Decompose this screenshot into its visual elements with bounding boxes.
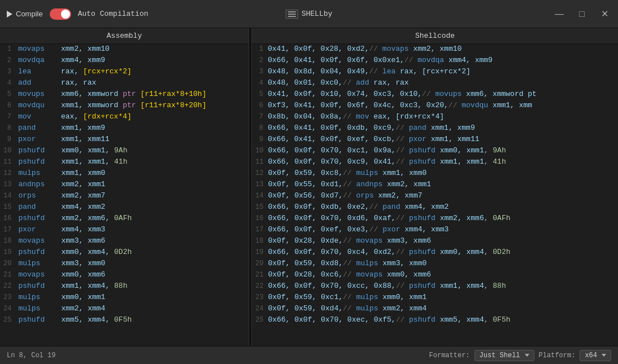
- line-number: 7: [252, 113, 268, 121]
- shellcode-bytes: 0x0f, 0x59, 0xd4,: [268, 304, 343, 313]
- table-row: 5movupsxmm6, xmmword ptr [r11+rax*8+10h]: [0, 89, 249, 100]
- shellcode-bytes: 0x41, 0x0f, 0x28, 0xd2,: [268, 45, 369, 53]
- shellcode-comment: // movups xmm6, xmmword pt: [422, 90, 537, 98]
- asm-mnemonic: pand: [16, 203, 61, 211]
- line-number: 20: [0, 260, 16, 267]
- asm-operands: xmm1, xmm4, 88h: [61, 282, 127, 290]
- table-row: 50x41, 0x0f, 0x10, 0x74, 0xc3, 0x10, // …: [252, 89, 618, 100]
- table-row: 24mulpsxmm2, xmm4: [0, 304, 249, 315]
- shellcode-bytes: 0x66, 0x0f, 0x70, 0xd6, 0xaf,: [268, 214, 395, 222]
- line-number: 16: [0, 214, 16, 222]
- line-number: 9: [0, 135, 16, 143]
- line-number: 8: [252, 124, 268, 132]
- formatter-label: Formatter:: [429, 352, 470, 359]
- table-row: 15pandxmm4, xmm2: [0, 202, 249, 213]
- table-row: 90x66, 0x41, 0x0f, 0xef, 0xcb, // pxor x…: [252, 134, 618, 146]
- shellcode-comment: // pand xmm1, xmm9: [395, 124, 475, 132]
- table-row: 190x66, 0x0f, 0x70, 0xc4, 0xd2, // pshuf…: [252, 247, 618, 258]
- line-number: 10: [0, 147, 16, 155]
- asm-mnemonic: movaps: [16, 45, 61, 53]
- formatter-chevron-icon: [525, 354, 529, 357]
- line-number: 14: [252, 192, 268, 200]
- table-row: 200x0f, 0x59, 0xd8, // mulps xmm3, xmm0: [252, 258, 618, 270]
- asm-operands: xmm4, xmm2: [61, 203, 105, 211]
- asm-mnemonic: add: [16, 78, 61, 87]
- shellcode-bytes: 0x66, 0x0f, 0xdb, 0xe2,: [268, 203, 369, 211]
- shellcode-bytes: 0x66, 0x0f, 0x70, 0xc4, 0xd2,: [268, 248, 395, 256]
- line-number: 2: [252, 56, 268, 64]
- asm-mnemonic: pxor: [16, 135, 61, 143]
- shellcode-bytes: 0x66, 0x0f, 0x70, 0xc9, 0x41,: [268, 157, 395, 166]
- auto-compile-label: Auto Compilation: [78, 10, 149, 18]
- table-row: 14orpsxmm2, xmm7: [0, 191, 249, 202]
- asm-operands: xmm5, xmm4, 0F5h: [61, 315, 132, 324]
- platform-value: x64: [585, 352, 597, 359]
- asm-mnemonic: mov: [16, 112, 61, 121]
- minimize-button[interactable]: —: [552, 7, 566, 21]
- shellcode-comment: // pxor xmm1, xmm11: [395, 135, 479, 143]
- line-number: 15: [0, 203, 16, 211]
- table-row: 110x66, 0x0f, 0x70, 0xc9, 0x41, // pshuf…: [252, 157, 618, 168]
- asm-mnemonic: movdqa: [16, 56, 61, 64]
- asm-operands: xmm1, xmm1, 41h: [61, 157, 127, 166]
- shellcode-bytes: 0x48, 0x01, 0xc0,: [268, 78, 343, 87]
- shellcode-comment: // movdqu xmm1, xmm: [449, 101, 532, 109]
- asm-operands: xmm2, xmm4: [61, 304, 105, 313]
- line-number: 6: [252, 102, 268, 109]
- line-number: 1: [252, 45, 268, 53]
- shellcode-comment: // movaps xmm0, xmm6: [343, 270, 431, 279]
- asm-operands: xmm2, xmm1: [61, 180, 105, 188]
- asm-operands: xmm1, xmmword ptr [r11+rax*8+20h]: [61, 101, 206, 109]
- line-number: 16: [252, 214, 268, 222]
- line-number: 5: [252, 90, 268, 98]
- asm-operands: xmm1, xmm11: [61, 135, 110, 143]
- line-number: 22: [252, 282, 268, 290]
- shellcode-header: Shellcode: [252, 28, 618, 44]
- asm-mnemonic: andnps: [16, 180, 61, 188]
- auto-compile-toggle[interactable]: [50, 8, 71, 20]
- maximize-button[interactable]: □: [575, 7, 589, 21]
- shellcode-comment: // add rax, rax: [343, 78, 409, 87]
- table-row: 16pshufdxmm2, xmm6, 0AFh: [0, 213, 249, 225]
- asm-operands: xmm4, xmm9: [61, 56, 105, 64]
- shellcode-comment: // movaps xmm2, xmm10: [369, 45, 462, 53]
- line-number: 21: [0, 271, 16, 279]
- asm-operands: rax, [rcx+rcx*2]: [61, 67, 132, 76]
- compile-button[interactable]: Compile: [7, 10, 43, 18]
- table-row: 130x0f, 0x55, 0xd1, // andnps xmm2, xmm1: [252, 179, 618, 191]
- assembly-scroll[interactable]: 1movapsxmm2, xmm102movdqaxmm4, xmm93lear…: [0, 44, 249, 346]
- close-button[interactable]: ✕: [598, 7, 611, 21]
- line-number: 25: [0, 316, 16, 324]
- table-row: 40x48, 0x01, 0xc0, // add rax, rax: [252, 78, 618, 89]
- table-row: 220x66, 0x0f, 0x70, 0xcc, 0x88, // pshuf…: [252, 281, 618, 292]
- platform-dropdown[interactable]: x64: [580, 350, 611, 361]
- cursor-position: Ln 8, Col 19: [7, 352, 55, 359]
- shellcode-scroll[interactable]: 10x41, 0x0f, 0x28, 0xd2, // movaps xmm2,…: [252, 44, 618, 346]
- line-number: 13: [252, 181, 268, 188]
- asm-operands: xmm6, xmmword ptr [r11+rax*8+10h]: [61, 90, 206, 98]
- app-icon: [286, 10, 298, 19]
- asm-mnemonic: orps: [16, 191, 61, 200]
- toggle-thumb: [61, 10, 70, 19]
- asm-operands: xmm2, xmm7: [61, 191, 105, 200]
- table-row: 60xf3, 0x41, 0x0f, 0x6f, 0x4c, 0xc3, 0x2…: [252, 100, 618, 112]
- table-row: 150x66, 0x0f, 0xdb, 0xe2, // pand xmm4, …: [252, 202, 618, 213]
- asm-mnemonic: movaps: [16, 270, 61, 279]
- shellcode-bytes: 0x48, 0x8d, 0x04, 0x49,: [268, 67, 369, 76]
- asm-mnemonic: mulps: [16, 293, 61, 301]
- asm-mnemonic: pshufd: [16, 315, 61, 324]
- line-number: 19: [252, 248, 268, 256]
- shellcode-bytes: 0x66, 0x41, 0x0f, 0x6f, 0x0xe1,: [268, 56, 404, 64]
- line-number: 6: [0, 102, 16, 109]
- shellcode-comment: // movdqa xmm4, xmm9: [404, 56, 493, 64]
- shellcode-bytes: 0x66, 0x0f, 0xef, 0xe3,: [268, 225, 369, 234]
- line-number: 1: [0, 45, 16, 53]
- asm-operands: xmm0, xmm1, 9Ah: [61, 146, 127, 155]
- shellcode-comment: // mov eax, [rdx+rcx*4]: [343, 112, 444, 121]
- table-row: 6movdquxmm1, xmmword ptr [r11+rax*8+20h]: [0, 100, 249, 112]
- shellcode-bytes: 0x66, 0x0f, 0x70, 0xcc, 0x88,: [268, 282, 395, 290]
- table-row: 20x66, 0x41, 0x0f, 0x6f, 0x0xe1, // movd…: [252, 55, 618, 67]
- asm-mnemonic: pshufd: [16, 157, 61, 166]
- formatter-dropdown[interactable]: Just Shell: [475, 350, 534, 361]
- line-number: 25: [252, 316, 268, 324]
